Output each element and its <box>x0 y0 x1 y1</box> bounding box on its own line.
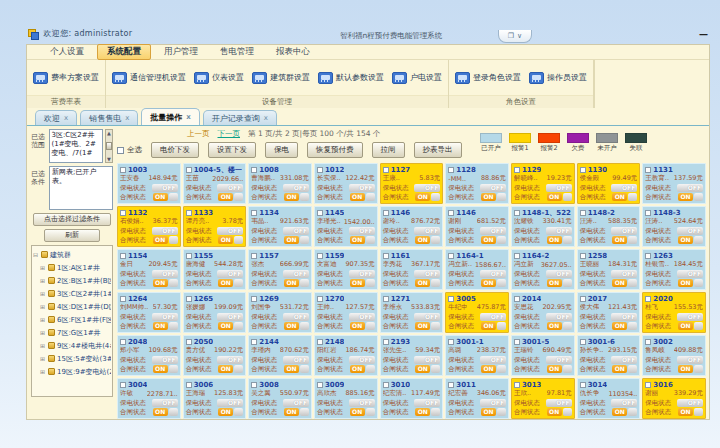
off-badge[interactable]: OFF <box>677 227 703 235</box>
card-checkbox[interactable] <box>186 339 192 345</box>
off-badge[interactable]: OFF <box>152 356 178 364</box>
card-checkbox[interactable] <box>448 382 454 388</box>
meter-card[interactable]: 1133 谭丹亮.. 3.78元 保电状态 OFF 合闸状态 <box>183 206 247 247</box>
off-badge[interactable]: OFF <box>611 356 637 364</box>
tree-item[interactable]: ⊞ 15区:5#变站(3#变 <box>33 352 111 365</box>
meter-card[interactable]: 1148-2 汪涛.. 588.35元 保电状态 OFF 合 <box>577 206 641 247</box>
meter-card[interactable]: 1129 解晓峰.. 19.23元 保电状态 OFF 合闸状 <box>511 163 575 204</box>
expand-node-icon[interactable]: ⊞ <box>40 316 46 323</box>
meter-card[interactable]: 2020 桂飞 155.53元 保电状态 OFF 合闸状态 <box>642 292 706 333</box>
ribbon-button[interactable]: 建筑群设置 <box>252 72 310 84</box>
on-badge[interactable]: ON <box>547 365 562 373</box>
card-checkbox[interactable] <box>251 253 257 259</box>
off-badge[interactable]: OFF <box>414 399 440 407</box>
off-badge[interactable]: OFF <box>349 270 375 278</box>
tab-close-icon[interactable]: x <box>64 114 68 122</box>
meter-card[interactable]: 1161 李秀花 367.17元 保电状态 OFF 合闸状态 <box>380 249 444 290</box>
off-badge[interactable]: OFF <box>349 313 375 321</box>
toolbar-button[interactable]: 恢复预付费 <box>307 142 363 158</box>
off-badge[interactable]: OFF <box>283 184 309 192</box>
menu-item[interactable]: 用户管理 <box>155 45 207 59</box>
on-badge[interactable]: ON <box>612 408 627 416</box>
tab-close-icon[interactable]: x <box>125 114 129 122</box>
on-badge[interactable]: ON <box>481 236 496 244</box>
on-badge[interactable]: ON <box>481 408 496 416</box>
meter-card[interactable]: 1271 李维永 533.83元 保电状态 OFF 合闸状态 <box>380 292 444 333</box>
off-badge[interactable]: OFF <box>414 270 440 278</box>
off-badge[interactable]: OFF <box>480 356 506 364</box>
off-badge[interactable]: OFF <box>480 270 506 278</box>
on-badge[interactable]: ON <box>350 322 365 330</box>
expand-node-icon[interactable]: ⊞ <box>40 368 46 375</box>
expand-node-icon[interactable]: ⊞ <box>40 290 46 297</box>
off-badge[interactable]: OFF <box>152 399 178 407</box>
prev-page-link[interactable]: 上一页 <box>187 129 210 139</box>
collapse-ribbon-icon[interactable]: ∨ <box>517 32 522 40</box>
card-checkbox[interactable] <box>186 167 192 173</box>
collapse-node-icon[interactable]: ⊟ <box>33 251 39 258</box>
meter-card[interactable]: 3016 谢丽 339.29元 保电状态 OFF 合闸状态 <box>642 378 706 419</box>
ribbon-button[interactable]: 操作员设置 <box>529 72 587 84</box>
on-badge[interactable]: ON <box>153 365 168 373</box>
card-checkbox[interactable] <box>448 296 454 302</box>
on-badge[interactable]: ON <box>612 322 627 330</box>
on-badge[interactable]: ON <box>481 365 496 373</box>
card-checkbox[interactable] <box>448 339 454 345</box>
card-checkbox[interactable] <box>120 253 126 259</box>
off-badge[interactable]: OFF <box>480 184 506 192</box>
off-badge[interactable]: OFF <box>283 399 309 407</box>
on-badge[interactable]: ON <box>350 408 365 416</box>
meter-card[interactable]: 1263 桂银雪.. 184.45元 保电状态 OFF 合闸 <box>642 249 706 290</box>
off-badge[interactable]: OFF <box>611 399 637 407</box>
card-checkbox[interactable] <box>383 167 389 173</box>
toolbar-button[interactable]: 设置下发 <box>208 142 256 158</box>
on-badge[interactable]: ON <box>350 365 365 373</box>
card-checkbox[interactable] <box>383 296 389 302</box>
menu-item[interactable]: 个人设置 <box>41 45 93 59</box>
card-checkbox[interactable] <box>514 296 520 302</box>
ribbon-button[interactable]: 费率方案设置 <box>33 72 99 84</box>
on-badge[interactable]: ON <box>218 408 233 416</box>
meter-card[interactable]: 1265 张媛娜 199.09元 保电状态 OFF 合闸状态 <box>183 292 247 333</box>
card-checkbox[interactable] <box>448 210 454 216</box>
off-badge[interactable]: OFF <box>677 356 703 364</box>
off-badge[interactable]: OFF <box>349 184 375 192</box>
on-badge[interactable]: ON <box>415 193 430 201</box>
meter-card[interactable]: 1130 侯金殿 99.49元 保电状态 OFF 合闸状态 <box>577 163 641 204</box>
filter-select-button[interactable]: 点击选择过滤条件 <box>33 213 111 226</box>
card-checkbox[interactable] <box>186 210 192 216</box>
menu-item[interactable]: 报表中心 <box>267 45 319 59</box>
tab-close-icon[interactable]: x <box>186 113 191 121</box>
meter-card[interactable]: 1004-5、楼一 王苗 2029.66.. 保电状态 OFF <box>183 163 247 204</box>
on-badge[interactable]: ON <box>678 322 693 330</box>
meter-card[interactable]: 1148-1、522 沈耀铁 330.41元 保电状态 OFF <box>511 206 575 247</box>
meter-card[interactable]: 1258 王晓丽 184.31元 保电状态 OFF 合闸状态 <box>577 249 641 290</box>
off-badge[interactable]: OFF <box>217 270 243 278</box>
meter-card[interactable]: 1146 谢玲.. 876.72元 保电状态 OFF 合闸状 <box>380 206 444 247</box>
off-badge[interactable]: OFF <box>546 399 572 407</box>
on-badge[interactable]: ON <box>678 193 693 201</box>
ribbon-button[interactable]: 通信管理机设置 <box>112 72 186 84</box>
restore-icon[interactable]: ❐ <box>508 32 514 40</box>
toolbar-button[interactable]: 保电 <box>265 142 298 158</box>
meter-card[interactable]: 1132 石俊娟.. 36.37元 保电状态 OFF 合闸状 <box>117 206 181 247</box>
card-checkbox[interactable] <box>383 210 389 216</box>
card-checkbox[interactable] <box>514 339 520 345</box>
tab-close-icon[interactable]: x <box>264 114 268 122</box>
scope-scrollbar[interactable]: ▲ ▼ <box>105 129 113 163</box>
on-badge[interactable]: ON <box>350 279 365 287</box>
off-badge[interactable]: OFF <box>152 184 178 192</box>
off-badge[interactable]: OFF <box>217 356 243 364</box>
on-badge[interactable]: ON <box>153 408 168 416</box>
next-page-link[interactable]: 下一页 <box>218 129 241 139</box>
card-checkbox[interactable] <box>317 339 323 345</box>
tree-item[interactable]: ⊞ 2区:B区1#井(B区1# <box>33 274 111 287</box>
tree-item[interactable]: ⊞ 19区:9#变电站(2# <box>33 365 111 378</box>
card-checkbox[interactable] <box>383 339 389 345</box>
meter-card[interactable]: 1164-2 冯立新 3627.05.. 保电状态 OFF <box>511 249 575 290</box>
document-tab[interactable]: 批量操作 x <box>141 108 200 125</box>
card-checkbox[interactable] <box>448 253 454 259</box>
meter-card[interactable]: 1270 王帅.. 127.57元 保电状态 OFF 合闸状 <box>314 292 378 333</box>
on-badge[interactable]: ON <box>284 279 299 287</box>
on-badge[interactable]: ON <box>678 408 693 416</box>
